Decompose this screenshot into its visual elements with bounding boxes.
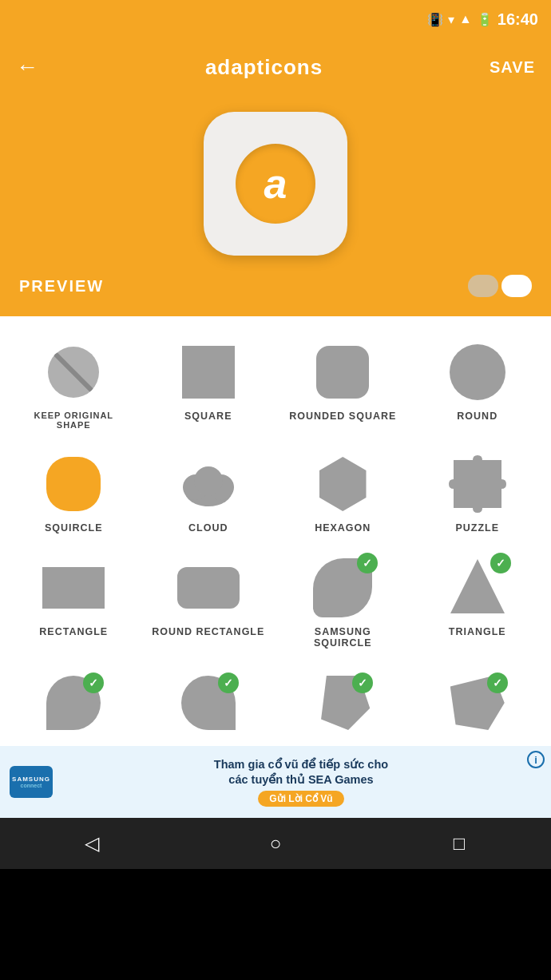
icon-letter: a [264, 160, 287, 208]
squircle-icon [46, 457, 101, 511]
shape-icon-keep-original [42, 340, 105, 404]
shape-item-bottom-3[interactable] [276, 660, 410, 746]
hexagon-icon [315, 457, 370, 511]
shape-item-puzzle[interactable]: PUZZLE [410, 441, 545, 545]
back-button[interactable]: ← [16, 54, 38, 80]
shape-label-cloud: CLOUD [188, 522, 228, 534]
battery-icon: 🔋 [477, 12, 493, 27]
samsung-squircle-badge [357, 553, 378, 573]
nav-recent-button[interactable]: □ [445, 829, 474, 858]
square-icon [182, 346, 235, 399]
nav-home-icon: ○ [270, 832, 282, 855]
shape-item-rectangle[interactable]: RECTANGLE [6, 545, 141, 660]
shape-grid: KEEP ORIGINALSHAPE SQUARE ROUNDED SQUARE… [6, 329, 545, 746]
ad-banner: SAMSUNG connect Tham gia cổ vũ để tiếp s… [0, 746, 551, 818]
shape-item-bottom-4[interactable] [410, 660, 545, 746]
ad-logo: SAMSUNG connect [10, 766, 53, 798]
shape-item-squircle[interactable]: SQUIRCLE [6, 441, 141, 545]
app-title: adapticons [205, 55, 323, 80]
ad-button[interactable]: Gửi Lời Cổ Vũ [258, 791, 343, 807]
preview-toggle[interactable] [468, 275, 532, 297]
status-icons: 📳 ▾ ▲ 🔋 16:40 [427, 10, 538, 29]
ad-text-column: Tham gia cổ vũ để tiếp sức chocác tuyển … [61, 757, 541, 807]
nav-back-icon: ◁ [85, 832, 99, 855]
status-time: 16:40 [497, 10, 538, 29]
shape-icon-bottom-3 [311, 671, 375, 735]
wifi-icon: ▾ [448, 12, 454, 27]
shape-item-round[interactable]: ROUND [410, 329, 545, 441]
nav-bar: ◁ ○ □ [0, 818, 551, 869]
vibrate-icon: 📳 [427, 12, 443, 27]
shape-label-triangle: TRIANGLE [449, 626, 506, 637]
round-rectangle-icon [177, 567, 240, 609]
shape-label-hexagon: HEXAGON [315, 522, 371, 534]
icon-preview-container: a [204, 112, 347, 256]
preview-label: PREVIEW [19, 277, 104, 296]
shape-item-bottom-1[interactable] [6, 660, 141, 746]
shape-label-round-rectangle: ROUND RECTANGLE [152, 626, 264, 637]
icon-inner: a [236, 144, 315, 224]
rectangle-icon [42, 567, 105, 609]
bottom-2-badge [218, 673, 239, 693]
shape-icon-squircle [42, 452, 105, 516]
shape-label-round: ROUND [457, 411, 497, 422]
shape-icon-rounded-square [311, 340, 375, 404]
shape-icon-round [446, 340, 509, 404]
round-icon [450, 344, 505, 400]
shape-icon-bottom-1 [42, 671, 105, 735]
cloud-icon [178, 460, 239, 508]
shape-item-keep-original[interactable]: KEEP ORIGINALSHAPE [6, 329, 141, 441]
shape-icon-puzzle [446, 452, 509, 516]
shape-icon-triangle [446, 556, 509, 620]
shape-icon-square [176, 340, 240, 404]
shape-item-samsung-squircle[interactable]: SAMSUNGSQUIRCLE [276, 545, 410, 660]
shape-icon-samsung-squircle [311, 556, 375, 620]
toggle-on [501, 275, 532, 297]
bottom-1-badge [83, 673, 104, 693]
shape-label-rounded-square: ROUNDED SQUARE [289, 411, 396, 422]
signal-icon: ▲ [459, 12, 472, 26]
shape-item-hexagon[interactable]: HEXAGON [276, 441, 410, 545]
shape-item-cloud[interactable]: CLOUD [141, 441, 276, 545]
nav-home-button[interactable]: ○ [261, 829, 290, 858]
bottom-3-badge [352, 673, 373, 693]
shape-item-triangle[interactable]: TRIANGLE [410, 545, 545, 660]
shape-label-squircle: SQUIRCLE [45, 522, 103, 534]
triangle-badge [490, 553, 511, 573]
shape-grid-area: KEEP ORIGINALSHAPE SQUARE ROUNDED SQUARE… [0, 316, 551, 746]
shape-label-samsung-squircle: SAMSUNGSQUIRCLE [314, 626, 372, 649]
shape-label-rectangle: RECTANGLE [39, 626, 108, 637]
bottom-4-badge [487, 673, 508, 693]
ad-logo-sub: connect [21, 783, 42, 788]
ad-logo-text: SAMSUNG [12, 776, 50, 783]
no-shape-icon [48, 347, 99, 398]
shape-item-square[interactable]: SQUARE [141, 329, 276, 441]
preview-row: PREVIEW [0, 264, 551, 304]
shape-icon-round-rectangle [176, 556, 240, 620]
shape-item-bottom-2[interactable] [141, 660, 276, 746]
shape-icon-hexagon [311, 452, 375, 516]
shape-label-keep-original: KEEP ORIGINALSHAPE [34, 411, 113, 430]
toggle-off [468, 275, 498, 297]
shape-label-square: SQUARE [184, 411, 232, 422]
puzzle-icon [447, 454, 508, 514]
shape-icon-bottom-4 [446, 671, 509, 735]
preview-area: a PREVIEW [0, 96, 551, 316]
ad-main-text: Tham gia cổ vũ để tiếp sức chocác tuyển … [214, 757, 388, 788]
shape-item-rounded-square[interactable]: ROUNDED SQUARE [276, 329, 410, 441]
save-button[interactable]: SAVE [490, 58, 535, 77]
shape-label-puzzle: PUZZLE [455, 522, 499, 534]
svg-point-3 [194, 466, 223, 495]
nav-recent-icon: □ [454, 832, 466, 855]
nav-back-button[interactable]: ◁ [77, 829, 106, 858]
shape-icon-cloud [176, 452, 240, 516]
top-bar: ← adapticons SAVE [0, 38, 551, 96]
ad-info-button[interactable]: i [527, 751, 545, 768]
shape-icon-bottom-2 [176, 671, 240, 735]
shape-item-round-rectangle[interactable]: ROUND RECTANGLE [141, 545, 276, 660]
rounded-square-icon [316, 346, 369, 399]
status-bar: 📳 ▾ ▲ 🔋 16:40 [0, 0, 551, 38]
shape-icon-rectangle [42, 556, 105, 620]
